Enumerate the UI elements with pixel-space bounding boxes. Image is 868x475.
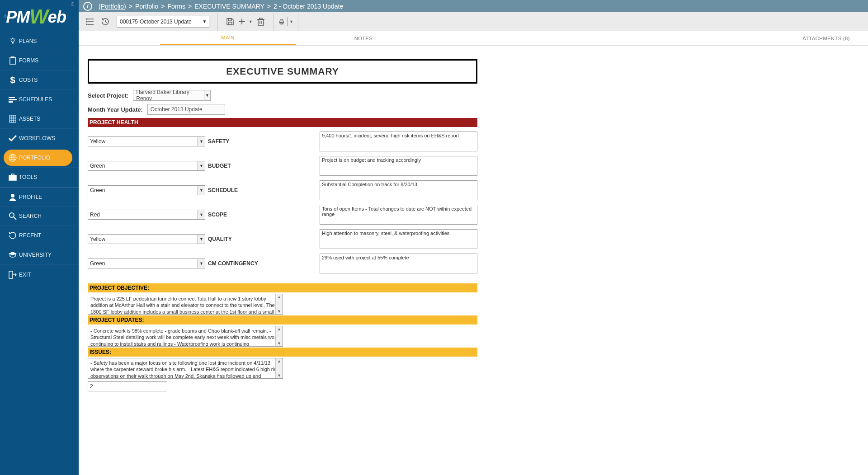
- print-button[interactable]: ▼: [278, 14, 293, 29]
- grad-icon: [6, 251, 19, 259]
- sidebar-item-search[interactable]: SEARCH: [0, 207, 79, 226]
- health-row-schedule: Green▼SCHEDULESubstantial Completion on …: [88, 180, 477, 200]
- sidebar-item-schedules[interactable]: SCHEDULES: [0, 90, 79, 109]
- chevron-down-icon: ▼: [200, 16, 209, 27]
- scrollbar[interactable]: ▲▼: [275, 326, 283, 346]
- select-project-dropdown[interactable]: Harvard Baker Library Renov ▼: [133, 90, 211, 101]
- info-icon[interactable]: i: [83, 2, 92, 11]
- breadcrumb-root[interactable]: (Portfolio): [99, 3, 126, 10]
- chevron-down-icon: ▼: [204, 90, 211, 100]
- health-row-cm-contingency: Green▼CM CONTINGENCY29% used with projec…: [88, 254, 477, 273]
- history-icon[interactable]: [98, 14, 113, 29]
- tab-notes[interactable]: NOTES: [296, 31, 431, 45]
- plus-icon: +: [238, 14, 245, 28]
- sidebar-item-portfolio[interactable]: PORTFOLIO: [0, 148, 79, 168]
- project-updates-textarea[interactable]: - Concrete work is 98% complete - grade …: [88, 326, 283, 347]
- month-year-value: October 2013 Update: [148, 104, 205, 114]
- health-category-label: SCHEDULE: [208, 187, 271, 193]
- status-select[interactable]: Yellow▼: [88, 136, 205, 146]
- svg-rect-1: [12, 42, 14, 44]
- status-select[interactable]: Green▼: [88, 259, 205, 268]
- status-select[interactable]: Green▼: [88, 185, 205, 195]
- health-note-input[interactable]: Project is on budget and tracking accord…: [320, 156, 477, 176]
- status-value: Red: [88, 210, 198, 219]
- grid-icon: [6, 115, 19, 123]
- check-icon: [6, 135, 19, 142]
- project-updates-header: PROJECT UPDATES:: [88, 315, 477, 325]
- chevron-down-icon: ▼: [198, 210, 205, 219]
- add-button[interactable]: +▼: [238, 14, 253, 29]
- chevron-down-icon: ▼: [249, 19, 253, 24]
- scrollbar[interactable]: ▲▼: [275, 294, 283, 314]
- scroll-down-icon[interactable]: ▼: [277, 341, 281, 346]
- health-category-label: SCOPE: [208, 212, 271, 218]
- issues-textarea[interactable]: - Safety has been a major focus on site …: [88, 358, 283, 379]
- svg-rect-5: [10, 57, 15, 64]
- sidebar-item-tools[interactable]: TOOLS: [0, 168, 79, 187]
- scroll-up-icon[interactable]: ▲: [277, 294, 281, 300]
- svg-line-4: [15, 38, 15, 39]
- project-objective-header: PROJECT OBJECTIVE:: [88, 283, 477, 292]
- scroll-down-icon[interactable]: ▼: [277, 373, 281, 378]
- status-select[interactable]: Green▼: [88, 161, 205, 171]
- health-note-input[interactable]: 9,400 hours/1 incident, several high ris…: [320, 132, 477, 151]
- project-objective-textarea[interactable]: Project is a 225 LF pedestrian tunnel to…: [88, 294, 283, 315]
- status-value: Yellow: [88, 137, 198, 146]
- svg-line-25: [14, 217, 16, 220]
- record-selector-value: 000175-October 2013 Update: [117, 19, 200, 25]
- scrollbar[interactable]: ▲▼: [275, 358, 283, 378]
- health-category-label: CM CONTINGENCY: [208, 260, 271, 267]
- sidebar-item-profile[interactable]: PROFILE: [0, 187, 79, 207]
- svg-point-24: [9, 213, 14, 217]
- chevron-down-icon: ▼: [198, 137, 205, 146]
- sidebar-item-label: EXIT: [19, 272, 31, 278]
- health-note-input[interactable]: High attention to masonry, steel, & wate…: [320, 229, 477, 249]
- svg-point-32: [86, 19, 87, 19]
- svg-rect-6: [11, 56, 14, 58]
- health-note-input[interactable]: Substantial Completion on track for 8/30…: [320, 180, 477, 200]
- status-value: Green: [88, 186, 198, 195]
- month-year-label: Month Year Update:: [88, 106, 143, 113]
- sidebar-item-exit[interactable]: EXIT: [0, 265, 79, 284]
- page-number-input[interactable]: 2: [88, 381, 167, 391]
- scroll-up-icon[interactable]: ▲: [277, 358, 281, 364]
- breadcrumb-item[interactable]: EXECUTIVE SUMMARY: [194, 3, 264, 10]
- sidebar-item-costs[interactable]: $COSTS: [0, 71, 79, 90]
- sidebar: ‹ PMWeb ® PLANSFORMS$COSTSSCHEDULESASSET…: [0, 0, 79, 475]
- status-select[interactable]: Red▼: [88, 210, 205, 220]
- svg-rect-35: [228, 19, 231, 21]
- chevron-down-icon: ▼: [198, 235, 205, 244]
- health-note-input[interactable]: 29% used with project at 55% complete: [320, 254, 477, 273]
- scroll-up-icon[interactable]: ▲: [277, 326, 281, 332]
- tab-attachments[interactable]: ATTACHMENTS (8): [784, 31, 868, 45]
- sidebar-item-label: PORTFOLIO: [19, 155, 50, 161]
- clipboard-icon: [6, 56, 19, 65]
- month-year-input[interactable]: October 2013 Update: [147, 104, 225, 115]
- health-category-label: BUDGET: [208, 163, 271, 169]
- nav-list: PLANSFORMS$COSTSSCHEDULESASSETSWORKFLOWS…: [0, 32, 79, 475]
- tab-main[interactable]: MAIN: [160, 31, 296, 45]
- scroll-down-icon[interactable]: ▼: [277, 309, 281, 314]
- sidebar-item-label: ASSETS: [19, 116, 40, 122]
- save-icon[interactable]: [222, 14, 238, 29]
- sidebar-item-university[interactable]: UNIVERSITY: [0, 245, 79, 265]
- sidebar-item-plans[interactable]: PLANS: [0, 32, 79, 51]
- delete-icon[interactable]: [253, 14, 269, 29]
- health-row-safety: Yellow▼SAFETY9,400 hours/1 incident, sev…: [88, 132, 477, 151]
- record-selector[interactable]: 000175-October 2013 Update ▼: [117, 16, 209, 28]
- light-icon: [6, 37, 19, 45]
- breadcrumb-item[interactable]: Portfolio: [135, 3, 158, 10]
- sidebar-item-label: FORMS: [19, 57, 38, 64]
- sidebar-item-workflows[interactable]: WORKFLOWS: [0, 129, 79, 148]
- sidebar-item-forms[interactable]: FORMS: [0, 51, 79, 71]
- health-note-input[interactable]: Tons of open Items - Total changes to da…: [320, 205, 477, 225]
- sidebar-item-recent[interactable]: RECENT: [0, 226, 79, 245]
- sidebar-item-assets[interactable]: ASSETS: [0, 109, 79, 129]
- status-select[interactable]: Yellow▼: [88, 234, 205, 244]
- dollar-icon: $: [6, 75, 19, 85]
- breadcrumb-item[interactable]: Forms: [167, 3, 185, 10]
- briefcase-icon: [6, 174, 19, 181]
- svg-rect-21: [9, 175, 16, 180]
- list-view-icon[interactable]: [82, 14, 98, 29]
- tab-bar: MAIN NOTES ATTACHMENTS (8): [79, 31, 868, 46]
